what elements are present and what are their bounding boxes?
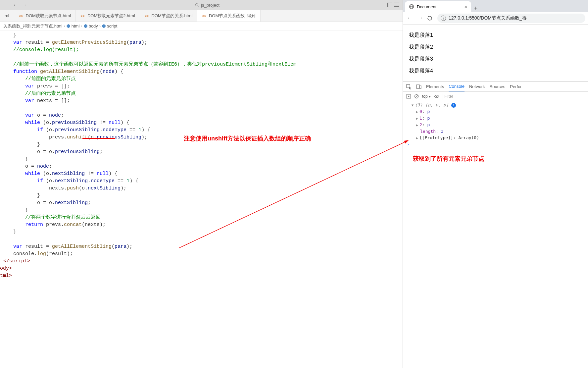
code: if xyxy=(37,178,43,184)
browser-tabs: Document × + xyxy=(403,0,588,12)
address-bar[interactable]: i 127.0.0.1:5500/DOM节点关系函数_得 xyxy=(437,14,585,23)
code: //console.log(result); xyxy=(13,47,79,53)
cube-icon: ⬢ xyxy=(67,24,70,28)
code: nodeType xyxy=(91,178,115,184)
back-button[interactable]: ← xyxy=(12,2,19,8)
tab-label: DOM节点关系函数_得到 xyxy=(209,13,256,19)
code: } xyxy=(37,142,40,147)
clear-icon[interactable] xyxy=(414,94,419,99)
tab-1[interactable]: <>DOM获取元素节点.html xyxy=(14,10,76,22)
breadcrumb[interactable]: 关系函数_得到元素子节点.html › ⬢ html › ⬢ body › ⬢ … xyxy=(0,22,403,30)
code: result = xyxy=(22,40,52,45)
titlebar-search[interactable]: js_project xyxy=(28,3,387,8)
code: nextSibling xyxy=(55,178,88,184)
devtools-tab[interactable]: Sources xyxy=(490,84,506,89)
html-file-icon: <> xyxy=(145,14,149,18)
chevron-right-icon: › xyxy=(81,24,82,28)
code-editor[interactable]: } var result = getElementPreviousSibling… xyxy=(0,30,403,368)
svg-line-14 xyxy=(415,95,418,98)
layout-bottom-icon[interactable] xyxy=(394,3,400,7)
cube-icon: ⬢ xyxy=(102,24,106,28)
console-output[interactable]: ▼(3) [p, p, p] i ▶0: p ▶1: p ▶2: p lengt… xyxy=(403,101,588,148)
code: getAllElementSibling xyxy=(52,244,112,249)
devtools-tab[interactable]: Elements xyxy=(426,84,444,89)
forward-button[interactable]: → xyxy=(21,2,28,8)
code: o = xyxy=(25,164,37,169)
code: tml> xyxy=(0,273,12,279)
console-line: length: 3 xyxy=(406,128,585,134)
code: 1 xyxy=(126,178,129,184)
code: previousSibling xyxy=(55,127,100,133)
code: } xyxy=(25,156,28,162)
eye-icon[interactable] xyxy=(434,94,439,98)
code: o = o. xyxy=(37,149,55,155)
vscode-editor-pane: ← → js_project ml <>DOM获取元素节点.html <>DOM… xyxy=(0,0,403,368)
code: 1 xyxy=(138,127,141,133)
code: } xyxy=(13,32,16,38)
svg-rect-5 xyxy=(394,6,399,7)
code: nexts = []; xyxy=(34,98,70,104)
code: ody> xyxy=(0,266,12,271)
new-tab-button[interactable]: + xyxy=(471,5,480,12)
browser-tab[interactable]: Document × xyxy=(405,1,471,12)
code: push xyxy=(67,185,79,191)
devtools-tab-console[interactable]: Console xyxy=(449,82,465,91)
html-file-icon: <> xyxy=(202,14,206,18)
svg-rect-10 xyxy=(416,85,419,88)
code: while xyxy=(25,120,40,126)
console-line[interactable]: ▶1: p xyxy=(406,115,585,122)
tab-label: ml xyxy=(5,13,9,18)
svg-point-15 xyxy=(436,96,437,97)
forward-icon[interactable]: → xyxy=(416,15,425,22)
console-line[interactable]: ▶0: p xyxy=(406,108,585,115)
browser-tab-title: Document xyxy=(417,4,436,9)
tab-2[interactable]: <>DOM获取元素节点2.html xyxy=(76,10,140,22)
info-icon[interactable]: i xyxy=(451,103,456,108)
devtools-tab[interactable]: Perfor xyxy=(510,84,521,89)
console-line[interactable]: ▶2: p xyxy=(406,122,585,128)
code: //后面的元素兄弟节点 xyxy=(25,91,76,96)
breadcrumb-item[interactable]: script xyxy=(107,24,117,28)
code: nextSibling xyxy=(52,171,85,177)
url-text: 127.0.0.1:5500/DOM节点关系函数_得 xyxy=(449,15,527,21)
paragraph: 我是段落3 xyxy=(409,53,582,65)
breadcrumb-item[interactable]: body xyxy=(89,24,98,28)
code: para xyxy=(129,40,141,45)
code: o = xyxy=(34,113,49,118)
close-tab-icon[interactable]: × xyxy=(464,4,467,10)
code: //封装一个函数，这个函数可以返回元素的所有元素兄弟节点（兼容到IE6），类似对… xyxy=(13,62,296,67)
code: prevs = []; xyxy=(34,83,70,89)
code: nextSibling xyxy=(55,200,88,206)
code: concat xyxy=(64,222,82,228)
svg-point-0 xyxy=(196,4,198,6)
code: node xyxy=(37,164,49,169)
tab-3[interactable]: <>DOM节点的关系.html xyxy=(140,10,197,22)
code: unshift xyxy=(67,134,88,140)
layout-left-icon[interactable] xyxy=(387,3,393,7)
editor-tabs: ml <>DOM获取元素节点.html <>DOM获取元素节点2.html <>… xyxy=(0,10,403,22)
html-file-icon: <> xyxy=(80,14,85,18)
devtools-tab[interactable]: Network xyxy=(469,84,485,89)
console-line[interactable]: ▶[[Prototype]]: Array(0) xyxy=(406,134,585,141)
code: nodeType xyxy=(103,127,126,133)
context-selector[interactable]: top ▾ xyxy=(422,94,431,99)
annotation-text-1: 注意使用unshift方法以保证插入数组的顺序正确 xyxy=(184,135,311,142)
console-filter[interactable]: Filter xyxy=(443,93,585,100)
code: </script xyxy=(3,258,27,264)
device-icon[interactable] xyxy=(416,84,421,89)
site-info-icon[interactable]: i xyxy=(441,16,446,21)
html-file-icon: <> xyxy=(19,14,23,18)
code: var xyxy=(13,40,22,45)
breadcrumb-item[interactable]: html xyxy=(72,24,80,28)
code: //前面的元素兄弟节点 xyxy=(25,76,76,82)
back-icon[interactable]: ← xyxy=(406,15,414,22)
inspect-icon[interactable] xyxy=(406,84,412,89)
code: previousSibling xyxy=(97,134,141,140)
reload-icon[interactable] xyxy=(427,15,435,21)
play-icon[interactable] xyxy=(406,94,411,99)
tab-0[interactable]: ml xyxy=(0,10,14,22)
console-prompt[interactable]: › xyxy=(406,141,585,147)
console-line[interactable]: ▼(3) [p, p, p] i xyxy=(406,102,585,108)
tab-label: DOM节点的关系.html xyxy=(152,13,193,19)
tab-4[interactable]: <>DOM节点关系函数_得到 xyxy=(197,10,261,22)
